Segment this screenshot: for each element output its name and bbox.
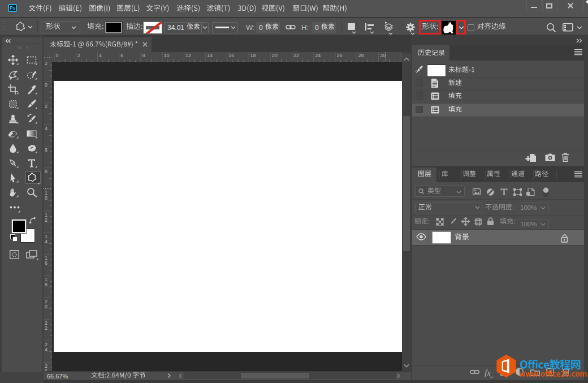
svg-text:26: 26 [337,53,343,58]
svg-text:8: 8 [142,53,145,58]
svg-text:18: 18 [250,53,256,58]
svg-text:6: 6 [45,260,47,266]
svg-text:2: 2 [45,217,47,223]
svg-text:2: 2 [77,53,80,58]
svg-text:16: 16 [228,53,234,58]
svg-text:6: 6 [45,147,47,153]
svg-text:4: 4 [45,239,47,244]
svg-text:4: 4 [99,53,102,58]
svg-text:0: 0 [45,195,47,201]
svg-text:0: 0 [56,53,59,58]
svg-text:0: 0 [45,304,47,309]
svg-text:2: 2 [45,62,47,66]
svg-text:22: 22 [293,53,299,58]
svg-text:4: 4 [45,347,47,352]
svg-text:12: 12 [185,53,191,58]
svg-text:20: 20 [272,53,278,58]
svg-text:10: 10 [164,53,170,58]
svg-text:0: 0 [45,82,47,88]
svg-text:8: 8 [45,169,47,174]
svg-text:28: 28 [358,53,364,58]
svg-text:4: 4 [45,126,47,131]
svg-text:2: 2 [45,104,47,109]
svg-text:8: 8 [45,282,47,287]
svg-text:24: 24 [315,53,321,58]
svg-text:14: 14 [207,53,213,58]
svg-text:6: 6 [120,53,123,58]
svg-text:2: 2 [45,325,47,331]
